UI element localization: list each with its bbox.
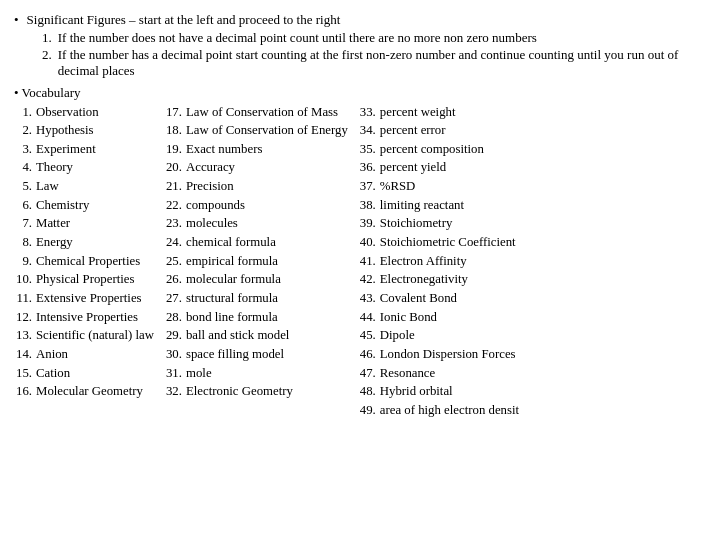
list-item: 1.Observation	[14, 103, 156, 122]
item-label: Precision	[184, 178, 350, 197]
item-label: percent yield	[378, 159, 521, 178]
sig-fig-section: • Significant Figures – start at the lef…	[14, 12, 706, 79]
list-item: 29.ball and stick model	[164, 327, 350, 346]
list-item: 21.Precision	[164, 178, 350, 197]
item-label: Electronegativity	[378, 271, 521, 290]
item-label: Covalent Bond	[378, 290, 521, 309]
bullet-symbol: •	[14, 12, 19, 28]
item-number: 29.	[164, 327, 184, 346]
sig-fig-title: Significant Figures – start at the left …	[27, 12, 341, 28]
list-item: 40.Stoichiometric Coefficient	[358, 234, 521, 253]
item-number: 1.	[14, 103, 34, 122]
list-item: 23.molecules	[164, 215, 350, 234]
rule-1: 1. If the number does not have a decimal…	[42, 30, 706, 46]
item-label: Electronic Geometry	[184, 383, 350, 402]
list-item: 7.Matter	[14, 215, 156, 234]
item-label: empirical formula	[184, 252, 350, 271]
list-item: 47.Resonance	[358, 364, 521, 383]
item-label: percent composition	[378, 140, 521, 159]
item-label: Ionic Bond	[378, 308, 521, 327]
list-item: 30.space filling model	[164, 346, 350, 365]
list-item: 37.%RSD	[358, 178, 521, 197]
item-number: 22.	[164, 196, 184, 215]
item-number: 19.	[164, 140, 184, 159]
item-number: 27.	[164, 290, 184, 309]
item-label: ball and stick model	[184, 327, 350, 346]
list-item: 33.percent weight	[358, 103, 521, 122]
item-label: %RSD	[378, 178, 521, 197]
item-number: 13.	[14, 327, 34, 346]
list-item: 20.Accuracy	[164, 159, 350, 178]
item-label: limiting reactant	[378, 196, 521, 215]
list-item: 41.Electron Affinity	[358, 252, 521, 271]
vocab-col-2: 17.Law of Conservation of Mass18.Law of …	[164, 103, 350, 420]
item-label: Resonance	[378, 364, 521, 383]
item-label: Extensive Properties	[34, 290, 156, 309]
list-item: 22.compounds	[164, 196, 350, 215]
item-label: London Dispersion Forces	[378, 346, 521, 365]
item-number: 3.	[14, 140, 34, 159]
item-number: 21.	[164, 178, 184, 197]
item-label: Theory	[34, 159, 156, 178]
item-label: mole	[184, 364, 350, 383]
item-number: 41.	[358, 252, 378, 271]
item-label: space filling model	[184, 346, 350, 365]
list-item: 16.Molecular Geometry	[14, 383, 156, 402]
vocab-table-1: 1.Observation2.Hypothesis3.Experiment4.T…	[14, 103, 156, 402]
list-item: 42.Electronegativity	[358, 271, 521, 290]
item-label: percent weight	[378, 103, 521, 122]
item-label: Hypothesis	[34, 122, 156, 141]
list-item: 8.Energy	[14, 234, 156, 253]
vocab-table-2: 17.Law of Conservation of Mass18.Law of …	[164, 103, 350, 402]
item-number: 2.	[14, 122, 34, 141]
item-label: Energy	[34, 234, 156, 253]
list-item: 6.Chemistry	[14, 196, 156, 215]
item-number: 18.	[164, 122, 184, 141]
list-item: 3.Experiment	[14, 140, 156, 159]
item-label: Electron Affinity	[378, 252, 521, 271]
list-item: 46.London Dispersion Forces	[358, 346, 521, 365]
item-label: molecular formula	[184, 271, 350, 290]
item-number: 34.	[358, 122, 378, 141]
list-item: 5.Law	[14, 178, 156, 197]
item-label: structural formula	[184, 290, 350, 309]
item-number: 20.	[164, 159, 184, 178]
item-label: Exact numbers	[184, 140, 350, 159]
item-number: 9.	[14, 252, 34, 271]
item-number: 43.	[358, 290, 378, 309]
item-label: molecules	[184, 215, 350, 234]
item-number: 48.	[358, 383, 378, 402]
item-number: 25.	[164, 252, 184, 271]
item-number: 7.	[14, 215, 34, 234]
item-label: Molecular Geometry	[34, 383, 156, 402]
item-label: Stoichiometric Coefficient	[378, 234, 521, 253]
item-label: Cation	[34, 364, 156, 383]
item-number: 14.	[14, 346, 34, 365]
rule-2: 2. If the number has a decimal point sta…	[42, 47, 706, 79]
vocab-col-3: 33.percent weight34.percent error35.perc…	[358, 103, 521, 420]
item-label: Matter	[34, 215, 156, 234]
item-label: Physical Properties	[34, 271, 156, 290]
item-number: 49.	[358, 402, 378, 421]
item-number: 5.	[14, 178, 34, 197]
item-number: 47.	[358, 364, 378, 383]
list-item: 9.Chemical Properties	[14, 252, 156, 271]
item-label: Law of Conservation of Mass	[184, 103, 350, 122]
item-number: 11.	[14, 290, 34, 309]
list-item: 34.percent error	[358, 122, 521, 141]
vocab-table-3: 33.percent weight34.percent error35.perc…	[358, 103, 521, 420]
item-number: 36.	[358, 159, 378, 178]
item-number: 24.	[164, 234, 184, 253]
item-number: 17.	[164, 103, 184, 122]
item-number: 33.	[358, 103, 378, 122]
vocab-col-1: 1.Observation2.Hypothesis3.Experiment4.T…	[14, 103, 156, 420]
list-item: 32.Electronic Geometry	[164, 383, 350, 402]
item-number: 30.	[164, 346, 184, 365]
item-label: Intensive Properties	[34, 308, 156, 327]
item-number: 38.	[358, 196, 378, 215]
item-label: bond line formula	[184, 308, 350, 327]
item-number: 45.	[358, 327, 378, 346]
item-number: 32.	[164, 383, 184, 402]
item-number: 35.	[358, 140, 378, 159]
list-item: 19.Exact numbers	[164, 140, 350, 159]
